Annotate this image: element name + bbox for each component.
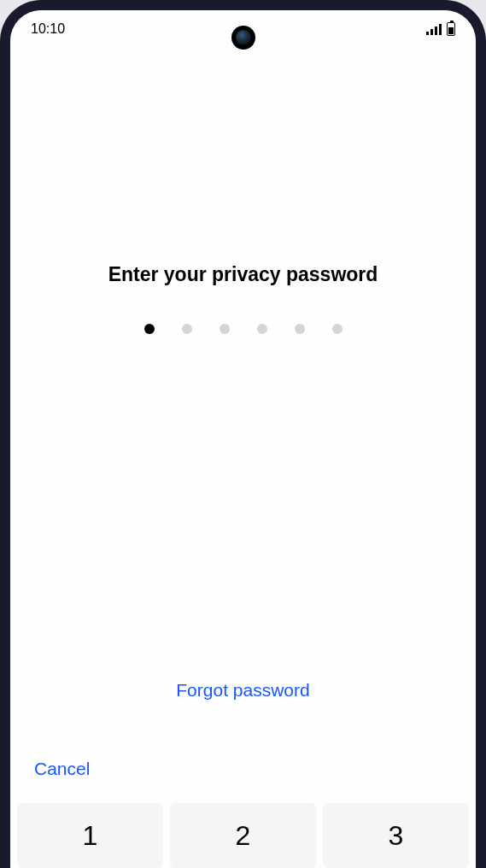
status-time: 10:10	[31, 21, 65, 37]
forgot-password-link[interactable]: Forgot password	[10, 680, 476, 701]
status-icons	[426, 22, 455, 36]
prompt-title: Enter your privacy password	[10, 263, 476, 286]
prompt-section: Enter your privacy password	[10, 48, 476, 334]
keypad-key-1[interactable]: 1	[17, 803, 163, 868]
signal-icon	[426, 23, 442, 35]
content: Enter your privacy password Forgot passw…	[10, 48, 476, 868]
pin-dot	[144, 324, 155, 334]
camera-cutout	[231, 26, 255, 50]
keypad-key-3[interactable]: 3	[323, 803, 469, 868]
screen: 10:10 Enter your privacy password Forg	[10, 10, 476, 868]
pin-dot	[220, 324, 230, 334]
keypad-key-2[interactable]: 2	[170, 803, 316, 868]
pin-dots	[10, 324, 476, 334]
battery-icon	[447, 22, 455, 36]
pin-dot	[182, 324, 192, 334]
cancel-button[interactable]: Cancel	[34, 759, 90, 778]
numeric-keypad: 123	[10, 803, 476, 868]
pin-dot	[332, 324, 343, 334]
cancel-row: Cancel	[10, 759, 476, 779]
pin-dot	[257, 324, 267, 334]
spacer	[10, 334, 476, 680]
camera-lens	[236, 30, 251, 45]
device-frame: 10:10 Enter your privacy password Forg	[0, 0, 486, 868]
pin-dot	[295, 324, 305, 334]
